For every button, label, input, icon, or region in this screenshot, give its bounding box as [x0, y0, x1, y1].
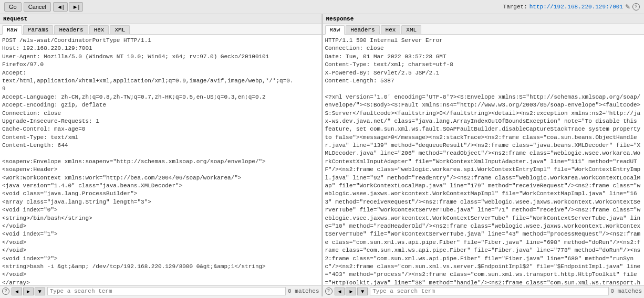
- nav-back-button[interactable]: ◄|: [53, 2, 68, 12]
- request-search-prev[interactable]: ◄: [12, 288, 22, 295]
- response-search-next[interactable]: ►: [346, 288, 356, 295]
- nav-forward-button[interactable]: ►|: [69, 2, 84, 12]
- tab-hex-response[interactable]: Hex: [381, 25, 401, 34]
- request-search-input[interactable]: [47, 287, 286, 295]
- tab-params-request[interactable]: Params: [23, 25, 54, 34]
- toolbar: Go Cancel ◄| ►| Target: http://192.168.2…: [0, 0, 644, 14]
- response-search-more[interactable]: ▼: [357, 288, 368, 295]
- response-search-prev[interactable]: ◄: [335, 288, 345, 295]
- tab-raw-request[interactable]: Raw: [2, 25, 22, 35]
- response-search-nav: ◄ ► ▼: [335, 288, 368, 295]
- target-url[interactable]: http://192.168.220.129:7001: [529, 4, 623, 10]
- tab-headers-request[interactable]: Headers: [54, 25, 88, 34]
- response-pane-title: Response: [326, 16, 354, 22]
- tab-raw-response[interactable]: Raw: [325, 25, 345, 35]
- request-search-nav: ◄ ► ▼: [12, 288, 45, 295]
- tab-xml-request[interactable]: XML: [110, 25, 130, 34]
- request-search-next[interactable]: ►: [23, 288, 34, 295]
- response-pane: Response Raw Headers Hex XML HTTP/1.1 50…: [323, 14, 645, 296]
- request-search-help-icon[interactable]: ?: [2, 288, 9, 295]
- tab-xml-response[interactable]: XML: [401, 25, 421, 34]
- cancel-button[interactable]: Cancel: [24, 2, 51, 12]
- request-tabs: Raw Params Headers Hex XML: [0, 24, 321, 35]
- request-search-more[interactable]: ▼: [35, 288, 45, 295]
- response-matches-label: 0 matches: [611, 288, 642, 294]
- request-search-bar: ? ◄ ► ▼ 0 matches: [0, 285, 321, 296]
- edit-target-button[interactable]: ✎: [625, 3, 630, 10]
- main-area: Request Raw Params Headers Hex XML POST …: [0, 14, 644, 296]
- go-button[interactable]: Go: [4, 2, 22, 12]
- response-search-bar: ? ◄ ► ▼ 0 matches: [323, 285, 645, 296]
- request-pane: Request Raw Params Headers Hex XML POST …: [0, 14, 323, 296]
- response-content: HTTP/1.1 500 Internal Server Error Conne…: [323, 35, 645, 285]
- tab-headers-response[interactable]: Headers: [346, 25, 379, 34]
- request-content: POST /wls-wsat/CoordinatorPortType HTTP/…: [0, 35, 321, 285]
- response-search-help-icon[interactable]: ?: [325, 288, 333, 295]
- request-pane-title: Request: [3, 16, 27, 22]
- tab-hex-request[interactable]: Hex: [89, 25, 109, 34]
- request-matches-label: 0 matches: [288, 288, 319, 294]
- response-pane-header: Response: [323, 14, 645, 24]
- response-search-input[interactable]: [370, 287, 608, 295]
- response-tabs: Raw Headers Hex XML: [323, 24, 645, 35]
- help-icon[interactable]: ?: [632, 3, 640, 10]
- target-bar: Target: http://192.168.220.129:7001 ✎ ?: [503, 3, 640, 10]
- nav-buttons: ◄| ►|: [53, 2, 84, 12]
- request-pane-header: Request: [0, 14, 321, 24]
- target-label: Target:: [503, 4, 527, 10]
